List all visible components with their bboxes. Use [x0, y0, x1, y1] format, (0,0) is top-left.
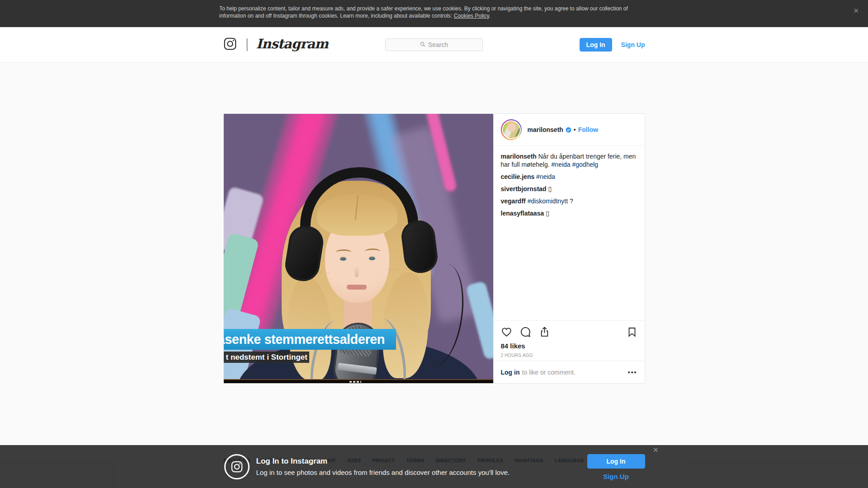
desk-detail: [349, 381, 361, 383]
cookie-message: To help personalize content, tailor and …: [219, 0, 649, 19]
login-prompt: Log in to like or comment. •••: [494, 361, 645, 383]
brand-divider: [247, 38, 247, 51]
login-button[interactable]: Log In: [580, 38, 612, 52]
save-icon[interactable]: [627, 327, 637, 339]
signup-link[interactable]: Sign Up: [621, 41, 645, 48]
follow-button[interactable]: Follow: [578, 126, 598, 133]
search-box: Search: [385, 38, 483, 51]
comment-row: lenasyflataasa ▯: [501, 209, 637, 217]
mouth: [347, 285, 367, 290]
share-icon[interactable]: [539, 326, 550, 339]
post-image[interactable]: åsenke stemmerettsalderen t nedstemt i S…: [224, 114, 494, 383]
comment-username[interactable]: sivertbjornstad: [501, 185, 547, 192]
post-timestamp: 2 HOURS AGO: [501, 353, 637, 358]
camera-icon: [223, 37, 237, 52]
username-link[interactable]: marilonseth: [528, 126, 563, 133]
comment-username[interactable]: vegardff: [501, 197, 526, 205]
post-actions: 84 likes 2 HOURS AGO: [494, 320, 645, 361]
post-card: åsenke stemmerettsalderen t nedstemt i S…: [223, 113, 645, 384]
like-icon[interactable]: [501, 326, 512, 339]
close-icon[interactable]: ✕: [653, 446, 659, 454]
search-input[interactable]: [386, 39, 482, 51]
top-nav: Instagram Search Log In Sign Up: [0, 27, 868, 63]
hashtag-link[interactable]: #diskomidtnytt: [528, 197, 568, 205]
comment-list: marilonseth Når du åpenbart trenger feri…: [494, 146, 645, 320]
close-icon[interactable]: ✕: [853, 7, 859, 15]
lower-third-subline: t nedstemt i Stortinget: [224, 352, 309, 363]
comment-username[interactable]: cecilie.jens: [501, 173, 535, 180]
comment-row: cecilie.jens #neida: [501, 173, 637, 181]
instagram-wordmark: Instagram: [256, 38, 328, 52]
separator-dot: •: [574, 126, 576, 133]
banner-login-button[interactable]: Log In: [587, 454, 645, 469]
caption-username[interactable]: marilonseth: [501, 153, 537, 160]
banner-title: Log In to Instagram: [256, 457, 510, 466]
brand-logo[interactable]: Instagram: [223, 37, 328, 52]
lower-third-headline: åsenke stemmerettsalderen: [224, 329, 396, 350]
comment-text: ▯: [546, 210, 549, 217]
hashtag-link[interactable]: #neida: [552, 161, 571, 168]
more-options-icon[interactable]: •••: [628, 369, 637, 375]
hashtag-link[interactable]: #godhelg: [572, 161, 599, 168]
avatar-photo: [503, 121, 520, 138]
comment-text: ?: [570, 197, 573, 205]
instagram-circle-logo: [224, 454, 250, 479]
cookies-policy-link[interactable]: Cookies Policy: [454, 13, 489, 19]
comment-row: vegardff #diskomidtnytt ?: [501, 197, 637, 205]
cookie-suffix: .: [489, 13, 491, 19]
cookie-banner: To help personalize content, tailor and …: [0, 0, 868, 27]
cookie-text: To help personalize content, tailor and …: [219, 5, 628, 19]
avatar[interactable]: [501, 119, 522, 140]
comment-username[interactable]: lenasyflataasa: [501, 210, 544, 217]
likes-count[interactable]: 84 likes: [501, 342, 637, 350]
banner-signup-link[interactable]: Sign Up: [603, 473, 629, 480]
comment-text: ▯: [548, 185, 552, 192]
comment-icon[interactable]: [520, 326, 531, 339]
post-header: marilonseth • Follow: [494, 114, 645, 146]
comment-row: sivertbjornstad ▯: [501, 185, 637, 193]
banner-subtitle: Log in to see photos and videos from fri…: [256, 469, 510, 476]
hashtag-link[interactable]: #neida: [536, 173, 555, 180]
caption: marilonseth Når du åpenbart trenger feri…: [501, 152, 637, 169]
login-banner: Log In to Instagram Log in to see photos…: [0, 445, 868, 488]
login-prompt-link[interactable]: Log in: [501, 369, 520, 376]
login-prompt-text: to like or comment.: [522, 369, 576, 376]
verified-badge-icon: [566, 127, 571, 133]
post-panel: marilonseth • Follow marilonseth Når du …: [494, 114, 645, 383]
tv-bg-cyan-sliver: [465, 281, 493, 360]
